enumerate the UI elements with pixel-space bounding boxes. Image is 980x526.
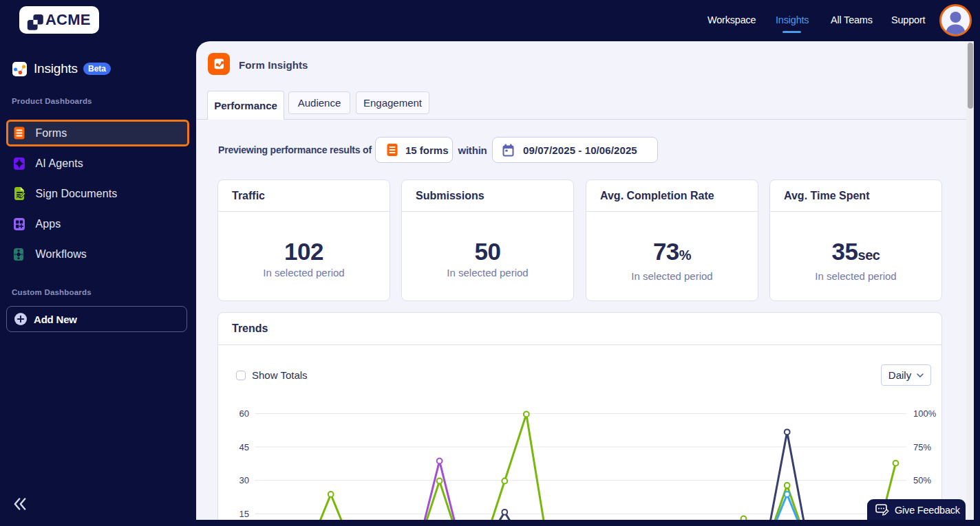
- svg-text:15: 15: [239, 509, 249, 519]
- svg-text:50%: 50%: [913, 475, 931, 485]
- svg-text:30: 30: [239, 475, 249, 485]
- svg-text:60: 60: [239, 408, 249, 419]
- svg-text:75%: 75%: [913, 442, 931, 452]
- svg-text:45: 45: [239, 442, 249, 452]
- svg-text:100%: 100%: [913, 408, 937, 419]
